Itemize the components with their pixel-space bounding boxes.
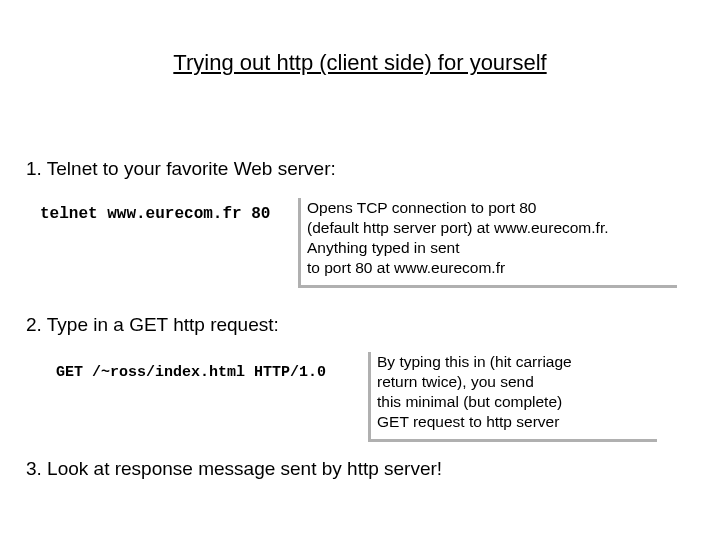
step-2-label: 2. Type in a GET http request: bbox=[26, 314, 279, 336]
step-1-label: 1. Telnet to your favorite Web server: bbox=[26, 158, 336, 180]
note-line: to port 80 at www.eurecom.fr bbox=[307, 258, 677, 278]
note-line: By typing this in (hit carriage bbox=[377, 352, 657, 372]
step-2-command: GET /~ross/index.html HTTP/1.0 bbox=[56, 364, 326, 381]
step-2-note: By typing this in (hit carriage return t… bbox=[368, 352, 657, 442]
note-line: Anything typed in sent bbox=[307, 238, 677, 258]
note-line: return twice), you send bbox=[377, 372, 657, 392]
note-line: Opens TCP connection to port 80 bbox=[307, 198, 677, 218]
slide-title: Trying out http (client side) for yourse… bbox=[0, 50, 720, 76]
note-line: GET request to http server bbox=[377, 412, 657, 432]
slide: Trying out http (client side) for yourse… bbox=[0, 0, 720, 540]
step-1-note: Opens TCP connection to port 80 (default… bbox=[298, 198, 677, 288]
note-line: (default http server port) at www.eureco… bbox=[307, 218, 677, 238]
step-3-label: 3. Look at response message sent by http… bbox=[26, 458, 442, 480]
step-1-command: telnet www.eurecom.fr 80 bbox=[40, 205, 270, 223]
note-line: this minimal (but complete) bbox=[377, 392, 657, 412]
